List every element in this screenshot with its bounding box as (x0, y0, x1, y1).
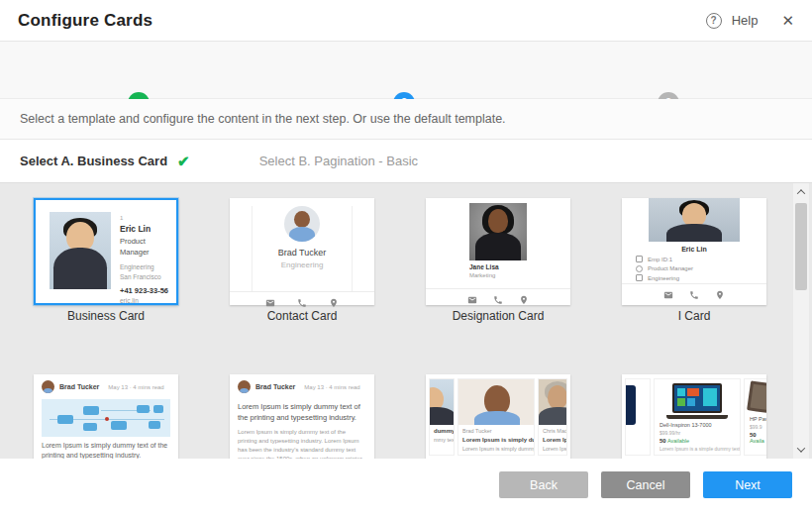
person-photo (458, 379, 534, 425)
instruction-text: Select a template and configure the cont… (0, 99, 812, 140)
product-name: HP Pavi (745, 413, 766, 422)
panel-heading: Lorem Ipsum is simply dummy (458, 434, 534, 443)
phone-icon (493, 295, 503, 305)
tab-select-a-business-card[interactable]: Select A. Business Card ✔ (20, 153, 190, 170)
article-heading: Lorem Ipsum is simply dummy text of the … (230, 397, 374, 423)
tab-a-label: Select A. Business Card (20, 154, 167, 168)
phone-icon (297, 298, 307, 308)
author-name: Brad Tucker (255, 383, 295, 390)
author-avatar (42, 380, 54, 393)
person-name: Chris Madison (539, 425, 566, 434)
card-name: Eric Lin (120, 223, 168, 236)
mail-icon (265, 298, 275, 308)
product-stock-label: Availa (750, 438, 764, 444)
business-card-photo (50, 212, 111, 289)
template-i-card[interactable]: Eric Lin Emp ID:1 Product Manager Engine… (622, 198, 766, 305)
phone-icon (689, 290, 699, 300)
next-button[interactable]: Next (703, 471, 792, 498)
tab-select-b-pagination-basic[interactable]: Select B. Pagination - Basic (259, 154, 418, 168)
card-title: Product Manager (648, 265, 693, 271)
panel-heading: Lorem Ipsum is a (539, 434, 566, 443)
post-excerpt: Lorem Ipsum is simply dummy text of the … (34, 437, 178, 459)
scroll-up-button[interactable] (793, 183, 809, 201)
panel-text: Lorem Ipsum is simply dummy text of the (458, 443, 534, 452)
wizard-stepper: ✓ 2 3 Data Template Bind Fields (0, 42, 812, 99)
dialog-footer: Back Cancel Next (0, 459, 812, 519)
mail-icon (467, 295, 477, 305)
cancel-button[interactable]: Cancel (601, 471, 690, 498)
card-name: Eric Lin (636, 246, 753, 253)
template-select-tabs: Select A. Business Card ✔ Select B. Pagi… (0, 140, 812, 183)
card-dept: Engineering (648, 275, 679, 281)
back-button[interactable]: Back (499, 471, 588, 498)
template-label-contact-card: Contact Card (230, 309, 374, 323)
dialog-header: Configure Cards ? Help ✕ (0, 0, 812, 42)
template-product-card[interactable]: Dell-Inspiron 13-7000 $99.99/hr 50 Avail… (622, 374, 766, 459)
product-description: Lorem Ipsum is a simple dummy text of th… (655, 444, 740, 452)
card-name: Jane Lisa (469, 263, 527, 270)
template-designation-card[interactable]: Jane Lisa Marketing (426, 198, 570, 305)
location-icon (519, 295, 529, 305)
laptop-image (666, 383, 728, 419)
chevron-down-icon (797, 444, 805, 452)
help-icon[interactable]: ? (706, 13, 722, 29)
panel-heading: dummy (430, 425, 454, 434)
product-price: $99.9 (745, 422, 766, 430)
template-carousel-card[interactable]: dummy mmy text of the Brad Tucker Lorem … (426, 374, 570, 459)
card-phone: +41 923-33-56 (120, 285, 168, 296)
location-icon (715, 290, 725, 300)
check-icon: ✔ (177, 153, 190, 170)
product-stock-count: 50 (660, 438, 666, 444)
product-image-partial (747, 380, 766, 415)
panel-text: mmy text of the (430, 434, 454, 443)
i-card-photo (649, 198, 740, 242)
card-dept: Marketing (469, 272, 527, 278)
page-title: Configure Cards (18, 11, 152, 31)
template-article-card[interactable]: Brad Tucker May 13 · 4 mins read Lorem I… (230, 374, 374, 459)
author-avatar (238, 380, 251, 393)
card-email: eric.lin (120, 296, 168, 306)
card-index: 1 (120, 214, 168, 223)
card-city: San Francisco (120, 272, 168, 282)
product-price: $99.99/hr (655, 428, 740, 436)
badge-icon (636, 256, 643, 262)
person-name: Brad Tucker (458, 425, 534, 434)
chevron-up-icon (797, 189, 805, 197)
close-icon[interactable]: ✕ (781, 12, 794, 30)
scrollbar-thumb[interactable] (795, 203, 807, 290)
person-photo (430, 379, 454, 425)
product-stock-label: Available (667, 438, 689, 444)
mail-icon (663, 290, 673, 300)
post-meta: May 13 · 4 mins read (108, 384, 163, 390)
person-photo (539, 379, 566, 425)
card-emp-id: Emp ID:1 (648, 257, 672, 262)
product-image-partial (625, 385, 636, 425)
template-label-i-card: I Card (622, 309, 766, 323)
author-name: Brad Tucker (59, 383, 99, 390)
designation-card-photo (469, 203, 527, 260)
contact-card-avatar (284, 206, 320, 242)
template-gallery: 1 Eric Lin Product Manager Engineering S… (0, 183, 812, 459)
article-body: Lorem Ipsum is simply dummy text of the … (230, 423, 374, 459)
panel-text: Lorem Ipsum is sim (539, 443, 566, 452)
configure-cards-dialog: Configure Cards ? Help ✕ ✓ 2 3 Data Temp… (0, 0, 812, 519)
template-blog-card[interactable]: Brad Tucker May 13 · 4 mins read Lorem I… (34, 374, 178, 459)
scroll-down-button[interactable] (793, 441, 809, 459)
template-contact-card[interactable]: Brad Tucker Engineering (230, 198, 374, 305)
person-icon (636, 265, 643, 272)
card-title: Product Manager (120, 236, 168, 259)
template-label-business-card: Business Card (34, 309, 178, 323)
post-meta: May 13 · 4 mins read (304, 384, 359, 390)
grid-icon (636, 274, 643, 281)
help-button[interactable]: Help (732, 13, 759, 28)
template-business-card[interactable]: 1 Eric Lin Product Manager Engineering S… (34, 198, 178, 305)
card-dept: Engineering (120, 262, 168, 272)
template-label-designation-card: Designation Card (426, 309, 570, 323)
gallery-scrollbar[interactable] (793, 183, 809, 459)
product-name: Dell-Inspiron 13-7000 (655, 419, 740, 428)
location-icon (329, 298, 339, 308)
flowchart-thumbnail (42, 399, 170, 437)
